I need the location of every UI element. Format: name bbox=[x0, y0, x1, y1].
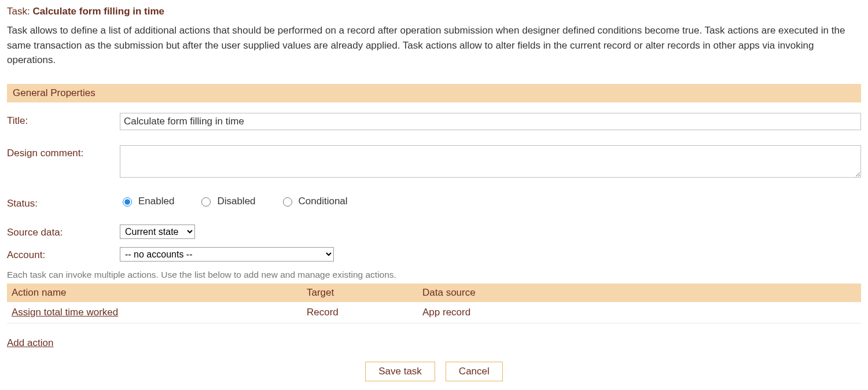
task-header: Task: Calculate form filling in time bbox=[7, 6, 861, 17]
account-select[interactable]: -- no accounts -- bbox=[120, 247, 334, 262]
cancel-button[interactable]: Cancel bbox=[446, 362, 503, 381]
actions-table: Action name Target Data source Assign to… bbox=[7, 284, 861, 323]
status-disabled-radio[interactable] bbox=[201, 197, 211, 207]
col-header-data-source: Data source bbox=[422, 287, 856, 299]
status-conditional-option[interactable]: Conditional bbox=[280, 196, 348, 207]
action-name-link[interactable]: Assign total time worked bbox=[12, 307, 118, 318]
col-header-target: Target bbox=[307, 287, 422, 299]
status-enabled-label: Enabled bbox=[138, 196, 174, 207]
status-radio-group: Enabled Disabled Conditional bbox=[120, 196, 861, 207]
status-conditional-label: Conditional bbox=[299, 196, 348, 207]
action-target-cell: Record bbox=[307, 307, 422, 318]
section-general-properties: General Properties bbox=[7, 84, 861, 102]
source-data-select[interactable]: Current state bbox=[120, 225, 195, 239]
status-conditional-radio[interactable] bbox=[283, 197, 292, 207]
title-input[interactable] bbox=[120, 113, 861, 130]
col-header-action-name: Action name bbox=[12, 287, 307, 299]
label-design-comment: Design comment: bbox=[7, 145, 120, 159]
label-status: Status: bbox=[7, 196, 120, 209]
status-disabled-option[interactable]: Disabled bbox=[198, 196, 255, 207]
actions-table-header: Action name Target Data source bbox=[7, 284, 861, 302]
label-source-data: Source data: bbox=[7, 225, 120, 238]
task-description: Task allows to define a list of addition… bbox=[7, 23, 861, 68]
add-action-link[interactable]: Add action bbox=[7, 337, 53, 348]
task-header-name: Calculate form filling in time bbox=[32, 6, 164, 17]
action-source-cell: App record bbox=[422, 307, 856, 318]
actions-helper-text: Each task can invoke multiple actions. U… bbox=[7, 270, 861, 280]
label-title: Title: bbox=[7, 113, 120, 127]
table-row: Assign total time worked Record App reco… bbox=[7, 302, 861, 323]
status-enabled-option[interactable]: Enabled bbox=[120, 196, 174, 207]
status-disabled-label: Disabled bbox=[217, 196, 255, 207]
save-task-button[interactable]: Save task bbox=[365, 362, 435, 381]
design-comment-textarea[interactable] bbox=[120, 145, 861, 178]
task-header-prefix: Task: bbox=[7, 6, 30, 17]
label-account: Account: bbox=[7, 247, 120, 261]
status-enabled-radio[interactable] bbox=[123, 197, 132, 207]
button-bar: Save task Cancel bbox=[7, 362, 861, 381]
